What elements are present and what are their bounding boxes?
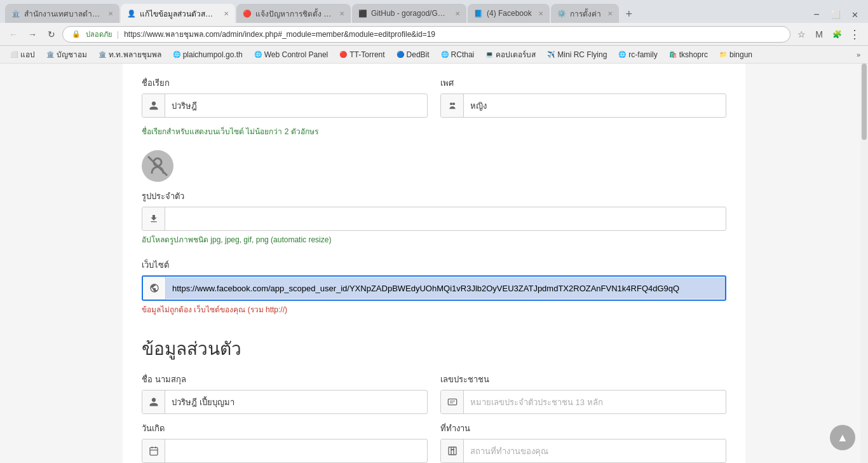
browser-window: 🏛️ สำนักงานเทศบาลตำบลพล... ✕ 👤 แก้ไขข้อม… [0,0,868,463]
tab-4-close[interactable]: ✕ [455,10,460,17]
bookmark-tttorrent-label: TT-Torrent [349,50,384,59]
display-name-input[interactable] [165,94,427,117]
calendar-icon [142,439,165,462]
workplace-input[interactable] [464,439,726,462]
bookmark-minirc[interactable]: ✈️ Mini RC Flying [542,48,612,62]
full-name-input-wrapper [142,390,428,414]
security-icon: 🔒 [69,30,83,38]
display-name-gender-row: ชื่อเรียก เพศ [142,76,726,118]
bookmarks-more-button[interactable]: » [854,50,863,60]
id-number-input[interactable] [464,390,726,413]
bookmark-rcfamily[interactable]: 🌐 rc-family [613,48,662,62]
website-error-text: ข้อมูลไม่ถูกต้อง เว็บไซต์ของคุณ (รวม htt… [142,303,726,315]
bookmark-rcthai-icon: 🌐 [441,51,449,58]
bookmark-banchao[interactable]: 🏛️ บัญชาอม [41,48,92,62]
chevron-up-icon: ▲ [837,431,848,445]
tab-5-favicon: 📘 [474,9,483,18]
tab-1-close[interactable]: ✕ [108,10,113,17]
bookmark-apps[interactable]: ⬜ แอป [5,48,40,62]
tab-3[interactable]: 🔴 แจ้งปัญหาการชิดตั้ง อัปเปร... ✕ [236,4,351,23]
svg-rect-4 [448,399,456,404]
website-input[interactable] [166,277,725,299]
refresh-button[interactable]: ↻ [43,26,60,43]
avatar-file-input[interactable] [165,207,726,230]
workplace-group: ที่ทำงาน [440,422,726,463]
close-button[interactable]: ✕ [846,6,863,23]
profile-button[interactable]: M [811,26,827,43]
bookmark-copter-icon: 💻 [485,51,493,58]
bookmark-rcthai[interactable]: 🌐 RCthai [436,48,480,62]
display-name-icon [142,94,165,117]
bookmark-webcontrol[interactable]: 🌐 Web Control Panel [249,48,334,62]
avatar-label: รูปประจำตัว [142,191,184,201]
display-name-label: ชื่อเรียก [142,76,428,90]
bookmark-ttplaichumphol-label: ท.ท.พลายชุมพล [109,48,161,60]
gender-label: เพศ [440,76,726,90]
tab-1-title: สำนักงานเทศบาลตำบลพล... [24,8,102,20]
menu-button[interactable]: ⋮ [846,26,863,43]
full-name-group: ชื่อ นามสกุล [142,373,428,414]
bookmark-star-button[interactable]: ☆ [793,26,810,43]
new-tab-button[interactable]: + [620,5,638,23]
tab-5-close[interactable]: ✕ [538,10,543,17]
workplace-input-wrapper [440,439,726,463]
tab-1[interactable]: 🏛️ สำนักงานเทศบาลตำบลพล... ✕ [5,4,119,23]
bookmark-bingun-label: bingun [729,50,752,59]
upload-icon [142,207,165,230]
bookmark-webcontrol-icon: 🌐 [254,51,262,58]
bookmark-copter[interactable]: 💻 คอปเตอร์บส [480,48,541,62]
tab-4[interactable]: ⬛ GitHub - goragod/GC... ✕ [352,4,466,23]
bookmark-plaichumpol-label: plaichumpol.go.th [183,50,243,59]
gender-input[interactable] [464,94,726,117]
minimize-button[interactable]: − [808,6,825,23]
extensions-button[interactable]: 🧩 [829,26,845,43]
scrollbar-thumb[interactable] [862,64,867,140]
bookmark-ttplaichumphol[interactable]: 🏛️ ท.ท.พลายชุมพล [93,48,166,62]
bookmark-dedbit[interactable]: 🔵 DedBit [391,48,435,62]
tab-4-favicon: ⬛ [358,9,367,18]
back-button[interactable]: ← [5,26,22,43]
birth-date-input[interactable] [165,439,427,462]
birth-date-label: วันเกิด [142,422,428,435]
maximize-button[interactable]: ⬜ [827,6,844,23]
address-text: https://www.พลายชุมพล.com/admin/index.ph… [124,28,783,40]
bookmark-minirc-label: Mini RC Flying [557,50,607,59]
bookmark-plaichumpol[interactable]: 🌐 plaichumpol.go.th [168,48,248,62]
avatar-upload-wrapper [142,207,726,231]
display-name-hint: ชื่อเรียกสำหรับแสดงบนเว็บไซต์ ไม่น้อยกว่… [142,125,726,137]
gender-group: เพศ [440,76,726,118]
bookmark-dedbit-label: DedBit [407,50,430,59]
bookmark-copter-label: คอปเตอร์บส [496,48,536,60]
bookmark-tttorrent[interactable]: 🔴 TT-Torrent [334,48,390,62]
tab-3-close[interactable]: ✕ [339,10,344,17]
svg-rect-7 [150,448,158,455]
tab-2-favicon: 👤 [127,9,136,18]
tab-2[interactable]: 👤 แก้ไขข้อมูลส่วนตัวสมาชิก ✕ [121,4,235,23]
svg-rect-11 [449,447,456,455]
bookmark-rcthai-label: RCthai [451,50,475,59]
forward-button[interactable]: → [24,26,41,43]
gender-icon [441,94,464,117]
birthdate-workplace-row: วันเกิด ที่ทำงาน [142,422,726,463]
tab-6-close[interactable]: ✕ [607,10,613,17]
bookmark-bingun-icon: 📁 [719,51,727,58]
tab-5[interactable]: 📘 (4) Facebook ✕ [468,4,550,23]
display-name-input-wrapper [142,93,428,118]
tab-3-favicon: 🔴 [243,9,252,18]
scroll-to-top-button[interactable]: ▲ [830,425,855,450]
tab-1-favicon: 🏛️ [11,9,20,18]
svg-point-1 [452,102,455,105]
bookmark-ttplaichumphol-icon: 🏛️ [98,51,106,58]
scrollbar-track[interactable] [860,64,868,463]
bookmark-tkshoprc[interactable]: 🛍️ tkshoprc [664,48,713,62]
bookmark-bingun[interactable]: 📁 bingun [714,48,757,62]
address-bar[interactable]: 🔒 ปลอดภัย | https://www.พลายชุมพล.com/ad… [62,26,790,43]
tab-6[interactable]: ⚙️ การตั้งค่า ✕ [551,4,619,23]
website-input-container [142,275,726,301]
fullname-idnumber-row: ชื่อ นามสกุล เลขประชาชน [142,373,726,414]
full-name-input[interactable] [165,390,427,413]
bookmark-banchao-label: บัญชาอม [57,48,87,60]
security-text: ปลอดภัย [86,29,112,40]
tab-2-close[interactable]: ✕ [224,10,229,17]
divider: | [117,30,119,39]
